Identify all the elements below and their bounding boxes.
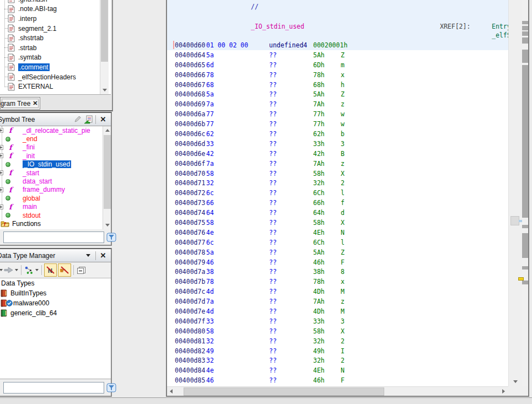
panel-menu-icon[interactable] [83,251,94,261]
overview-marker-margin[interactable] [522,0,528,386]
hex-value[interactable]: 32h [313,337,341,345]
ascii-char[interactable]: 2 [341,179,345,187]
hex-address[interactable]: 00400d76 [175,229,206,236]
ascii-char[interactable]: x [341,278,345,286]
listing-row[interactable]: 00400d7f33??33h3 [167,316,508,326]
hex-address[interactable]: 00400d66 [175,71,206,79]
hex-byte[interactable]: 4e [206,367,269,374]
undefined-marker[interactable]: ?? [269,317,313,325]
hex-byte[interactable]: 4d [206,308,269,315]
tree-item-global[interactable]: global [0,194,111,202]
ascii-char[interactable]: z [341,160,345,168]
hex-byte[interactable]: 5a [206,51,269,59]
listing-row[interactable]: 00400d8546??46hF [167,375,508,385]
tree-item--elfsectionheaders[interactable]: _elfSectionHeaders [0,72,111,82]
tree-item-frame-dummy[interactable]: fframe_dummy [0,186,111,194]
symbol-tree-scrollbar[interactable] [103,126,111,229]
tree-item--strtab[interactable]: .strtab [0,43,111,53]
hex-address[interactable]: 00400d7b [175,278,206,286]
scrollbar-thumb[interactable] [184,387,384,396]
hex-byte[interactable]: 46 [206,258,269,266]
filter-options-icon[interactable] [106,233,116,243]
hex-address[interactable]: 00400d6b [175,120,206,128]
hex-value[interactable]: 5Ah [313,90,341,98]
listing-row[interactable]: 00400d764e??4EhN [167,228,508,238]
expand-plus-icon[interactable] [0,145,4,150]
undefined-marker[interactable]: ?? [269,61,313,69]
hex-address[interactable]: 00400d75 [175,219,206,227]
undefined-marker[interactable]: ?? [269,337,313,345]
graph-layout-icon[interactable] [24,264,34,276]
hex-value[interactable]: 7Ah [313,298,341,305]
undefined-marker[interactable]: ?? [269,110,313,118]
ascii-char[interactable]: M [341,308,345,315]
undefined-marker[interactable]: ?? [269,219,313,227]
hex-value[interactable]: 5Ah [313,249,341,256]
ascii-char[interactable]: B [341,150,345,158]
listing-row[interactable]: 00400d7c4d??4DhM [167,287,508,297]
hex-value[interactable]: 58h [313,219,341,227]
hex-value[interactable]: 46h [313,376,341,384]
hex-value[interactable]: 68h [313,81,341,89]
symbol-filter-input[interactable] [3,231,104,243]
undefined-marker[interactable]: ?? [269,229,313,236]
symbol-label[interactable]: _IO_stdin_used [251,23,304,30]
tree-item-functions[interactable]: f Functions [0,219,111,228]
ascii-char[interactable]: l [341,239,345,246]
hex-address[interactable]: 00400d6f [175,160,206,168]
hex-value[interactable]: 77h [313,120,341,128]
ascii-char[interactable]: l [341,189,345,197]
hex-value[interactable]: 58h [313,170,341,177]
hex-byte[interactable]: 5a [206,90,269,98]
undefined-marker[interactable]: ?? [269,357,313,364]
listing-row[interactable]: 00400d645a??5AhZ [167,50,508,60]
tree-item--comment[interactable]: .comment [0,62,111,72]
hex-byte[interactable]: 7a [206,298,269,305]
scroll-down-button[interactable] [510,378,521,386]
listing-row[interactable]: 00400d6e42??42hB [167,149,508,159]
hex-byte[interactable]: 58 [206,327,269,335]
tree-item-data-start[interactable]: data_start [0,177,111,185]
hex-value[interactable]: 66h [313,199,341,207]
listing-row[interactable]: 00400d7058??58hX [167,169,508,179]
listing-horizontal-scrollbar[interactable] [167,386,508,396]
hex-address[interactable]: 00400d7d [175,298,206,305]
undefined-marker[interactable]: ?? [269,170,313,177]
hex-byte[interactable]: 64 [206,209,269,217]
scrollbar-thumb[interactable] [101,0,108,62]
ascii-char[interactable]: X [341,219,345,227]
listing-current-row[interactable]: 00400d60 01 00 02 00 undefined4 00020001… [167,40,508,50]
program-tree-scrollbar[interactable] [100,0,109,94]
undefined-marker[interactable]: ?? [269,130,313,138]
hex-byte[interactable]: 38 [206,268,269,276]
undefined-marker[interactable]: ?? [269,268,313,276]
hex-address[interactable]: 00400d85 [175,376,206,384]
hex-value[interactable]: 6Dh [313,61,341,69]
hex-value[interactable]: 42h [313,150,341,158]
hex-value[interactable]: 78h [313,71,341,79]
hex-address[interactable]: 00400d7f [175,317,206,325]
hex-address[interactable]: 00400d69 [175,100,206,108]
listing-row[interactable]: 00400d8332??32h2 [167,356,508,366]
filter-options-icon[interactable] [106,383,116,393]
tree-item--note-abi-tag[interactable]: .note.ABI-tag [0,4,111,14]
scroll-left-button[interactable] [167,387,175,396]
analysis-marker[interactable] [522,281,528,284]
undefined-marker[interactable]: ?? [269,150,313,158]
tree-item--fini[interactable]: f_fini [0,143,111,152]
scroll-down-button[interactable] [103,221,111,229]
hex-byte[interactable]: 32 [206,179,269,187]
analysis-marker[interactable] [522,50,528,63]
tree-item--interp[interactable]: .interp [0,14,111,24]
listing-row[interactable]: 00400d7e4d??4DhM [167,306,508,316]
ascii-char[interactable]: Z [341,90,345,98]
hex-address[interactable]: 00400d83 [175,357,206,364]
expand-plus-icon[interactable] [0,204,4,209]
hex-byte[interactable]: 77 [206,110,269,118]
hex-value[interactable]: 4Eh [313,229,341,236]
collapse-all-icon[interactable] [76,264,87,276]
hex-value[interactable]: 5Ah [313,51,341,59]
hex-address[interactable]: 00400d80 [175,327,206,335]
hex-address[interactable]: 00400d7c [175,288,206,295]
undefined-marker[interactable]: ?? [269,209,313,217]
